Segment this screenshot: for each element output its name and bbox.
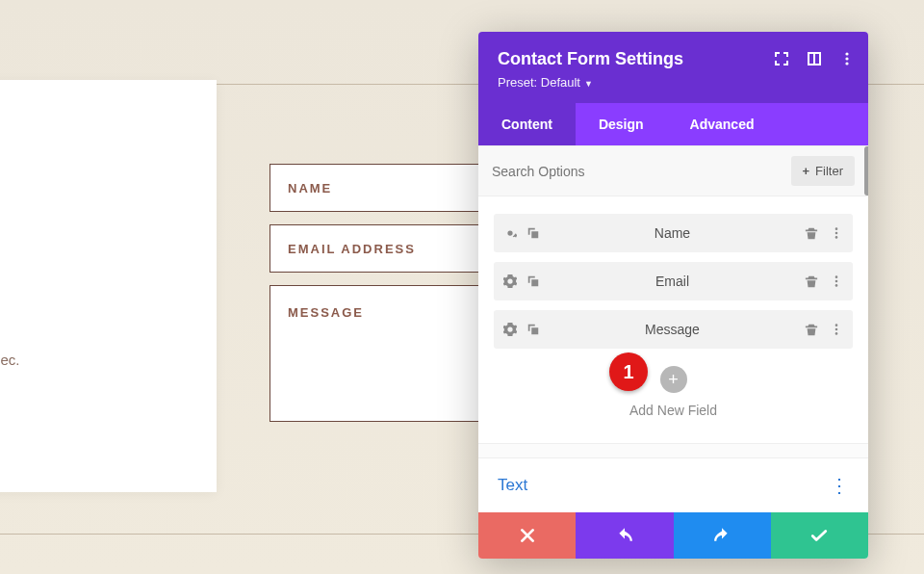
- more-icon[interactable]: [830, 323, 843, 336]
- cancel-button[interactable]: [478, 512, 576, 559]
- field-message-label: Message: [540, 322, 805, 337]
- gear-icon[interactable]: [503, 274, 517, 288]
- tab-advanced-label: Advanced: [690, 117, 755, 132]
- hero-card: essage e! haretra habitasse nec. ultrici…: [0, 80, 217, 492]
- form-label-message: MESSAGE: [288, 305, 364, 320]
- section-separator: [478, 443, 868, 458]
- chevron-down-icon: ▼: [584, 79, 593, 89]
- gear-icon[interactable]: [503, 226, 517, 240]
- tab-content[interactable]: Content: [478, 103, 576, 145]
- more-icon[interactable]: ⋮: [830, 476, 849, 495]
- filter-button[interactable]: +Filter: [791, 156, 855, 186]
- text-section-label: Text: [498, 476, 527, 495]
- more-icon[interactable]: [830, 274, 843, 288]
- settings-modal: Contact Form Settings Preset: Default▼ C…: [478, 32, 868, 559]
- hero-body: haretra habitasse nec. ultricies nunc le…: [0, 349, 186, 394]
- svg-point-1: [845, 57, 848, 60]
- duplicate-icon[interactable]: [526, 274, 540, 288]
- expand-icon[interactable]: [774, 51, 789, 66]
- svg-point-4: [835, 232, 838, 235]
- preset-selector[interactable]: Preset: Default▼: [498, 75, 849, 90]
- add-field-button[interactable]: +: [660, 366, 687, 393]
- add-field-area: 1 + Add New Field: [494, 358, 853, 435]
- svg-point-11: [835, 332, 838, 335]
- svg-point-0: [845, 52, 848, 55]
- modal-header: Contact Form Settings Preset: Default▼: [478, 32, 868, 103]
- field-row-message[interactable]: Message: [494, 310, 853, 349]
- step-badge: 1: [609, 352, 648, 391]
- form-label-name: NAME: [288, 181, 332, 196]
- search-input[interactable]: [492, 164, 782, 179]
- trash-icon[interactable]: [805, 226, 818, 240]
- fields-list: Name Email: [478, 196, 868, 443]
- tab-design[interactable]: Design: [576, 103, 667, 145]
- tab-design-label: Design: [599, 117, 644, 132]
- field-row-name[interactable]: Name: [494, 214, 853, 252]
- modal-tabs: Content Design Advanced: [478, 103, 868, 145]
- header-icons: [774, 51, 855, 66]
- more-icon[interactable]: [830, 226, 843, 240]
- svg-point-9: [835, 324, 838, 326]
- duplicate-icon[interactable]: [526, 226, 540, 240]
- form-label-email: EMAIL ADDRESS: [288, 242, 416, 256]
- filter-button-label: Filter: [815, 164, 843, 178]
- text-section-row[interactable]: Text ⋮: [478, 458, 868, 512]
- field-email-label: Email: [540, 274, 805, 289]
- plus-icon: +: [803, 164, 810, 178]
- trash-icon[interactable]: [805, 323, 818, 336]
- search-row: +Filter: [478, 145, 868, 196]
- svg-point-2: [845, 62, 848, 65]
- tab-content-label: Content: [501, 117, 552, 132]
- add-field-label: Add New Field: [494, 403, 853, 418]
- svg-point-5: [835, 236, 838, 239]
- columns-icon[interactable]: [807, 51, 822, 66]
- svg-point-8: [835, 284, 838, 287]
- step-badge-number: 1: [623, 361, 633, 383]
- field-name-label: Name: [540, 225, 805, 241]
- preset-label: Preset: Default: [498, 75, 580, 90]
- app-stage: essage e! haretra habitasse nec. ultrici…: [0, 0, 924, 574]
- svg-point-10: [835, 328, 838, 331]
- undo-button[interactable]: [576, 512, 673, 559]
- save-button[interactable]: [771, 512, 868, 559]
- svg-point-7: [835, 280, 838, 283]
- hero-body-line1: haretra habitasse nec.: [0, 352, 19, 368]
- svg-point-6: [835, 275, 838, 278]
- hero-title: essage e!: [0, 174, 186, 285]
- more-icon[interactable]: [839, 51, 855, 66]
- field-row-email[interactable]: Email: [494, 262, 853, 300]
- redo-button[interactable]: [674, 512, 771, 559]
- gear-icon[interactable]: [503, 323, 517, 336]
- svg-point-3: [835, 227, 838, 230]
- tab-advanced[interactable]: Advanced: [667, 103, 778, 145]
- trash-icon[interactable]: [805, 274, 818, 288]
- duplicate-icon[interactable]: [526, 323, 540, 336]
- modal-footer: [478, 512, 868, 559]
